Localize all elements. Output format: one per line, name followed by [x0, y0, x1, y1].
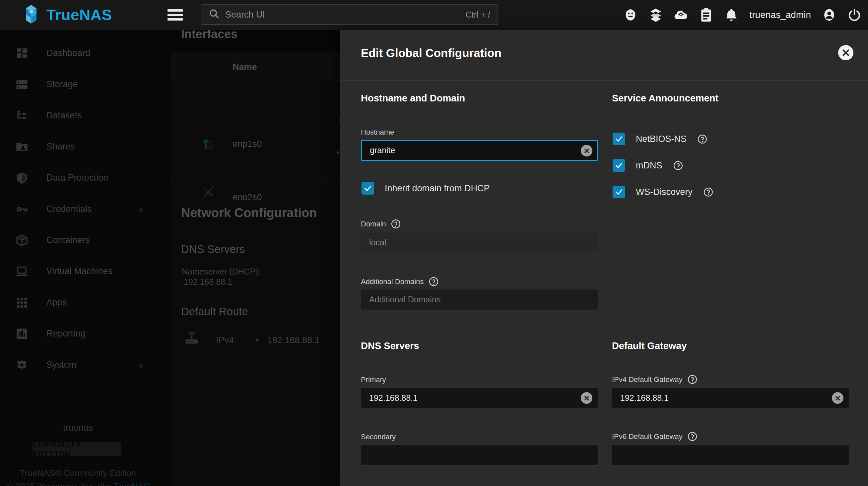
ipv6-gateway-input[interactable] [612, 445, 849, 465]
search-input[interactable] [225, 10, 460, 20]
help-icon[interactable] [673, 160, 683, 171]
checkbox-checked-icon[interactable] [613, 159, 625, 172]
wsdiscovery-checkbox-row[interactable]: WS-Discovery [613, 186, 713, 198]
truenas-logo[interactable]: TrueNAS [21, 0, 112, 30]
help-icon[interactable] [703, 187, 713, 197]
edit-global-configuration-panel: Edit Global Configuration Hostname and D… [340, 30, 868, 486]
domain-label: Domain [361, 220, 386, 228]
jobs-clipboard-icon[interactable] [699, 8, 713, 22]
secondary-dns-input[interactable] [361, 445, 598, 465]
inherit-domain-checkbox-row[interactable]: Inherit domain from DHCP [362, 182, 490, 195]
logged-in-username: truenas_admin [750, 10, 811, 20]
clear-hostname-icon[interactable] [581, 145, 592, 157]
primary-dns-label: Primary [361, 376, 386, 384]
additional-domains-input[interactable] [361, 289, 598, 310]
help-icon[interactable] [687, 431, 698, 442]
ipv4-gateway-label-row: IPv4 Default Gateway [612, 374, 698, 385]
domain-input[interactable] [361, 232, 598, 253]
help-icon[interactable] [391, 219, 401, 229]
ipv4-gateway-label: IPv4 Default Gateway [612, 375, 683, 384]
hostname-domain-heading: Hostname and Domain [361, 93, 465, 104]
primary-dns-input[interactable] [361, 388, 598, 409]
search-shortcut: Ctrl + / [466, 10, 490, 20]
ipv6-gateway-label: IPv6 Default Gateway [612, 432, 683, 441]
mdns-label: mDNS [636, 160, 662, 171]
cloud-sync-icon[interactable] [674, 8, 688, 22]
inherit-domain-label: Inherit domain from DHCP [385, 183, 490, 194]
dns-servers-heading: DNS Servers [361, 341, 419, 351]
user-avatar-icon[interactable] [822, 8, 836, 22]
ipv6-gateway-label-row: IPv6 Default Gateway [612, 431, 698, 442]
help-icon[interactable] [697, 134, 708, 144]
truecommand-icon[interactable] [649, 8, 663, 22]
alerts-bell-icon[interactable] [724, 8, 738, 22]
top-bar: TrueNAS Ctrl + / [0, 0, 868, 30]
additional-domains-label-row: Additional Domains [361, 277, 439, 287]
close-icon[interactable] [838, 45, 854, 60]
panel-title: Edit Global Configuration [361, 46, 501, 60]
checkbox-checked-icon[interactable] [613, 186, 625, 198]
help-icon[interactable] [687, 374, 698, 385]
topbar-actions: truenas_admin [624, 0, 861, 30]
clear-ipv4-gateway-icon[interactable] [832, 392, 843, 404]
truenas-logo-text: TrueNAS [46, 6, 112, 24]
wsdiscovery-label: WS-Discovery [636, 187, 692, 197]
global-search[interactable]: Ctrl + / [201, 4, 498, 25]
hostname-label: Hostname [361, 128, 394, 137]
default-gateway-heading: Default Gateway [612, 341, 687, 351]
menu-toggle-icon[interactable] [167, 8, 183, 22]
netbios-label: NetBIOS-NS [636, 134, 687, 144]
ipv4-gateway-input[interactable] [612, 388, 849, 409]
feedback-smiley-icon[interactable] [624, 8, 638, 22]
domain-label-row: Domain [361, 219, 401, 229]
power-icon[interactable] [847, 8, 861, 22]
hostname-input[interactable] [361, 140, 598, 161]
checkbox-checked-icon[interactable] [613, 133, 625, 145]
additional-domains-label: Additional Domains [361, 278, 424, 286]
service-announcement-heading: Service Announcement [612, 93, 718, 104]
clear-primary-dns-icon[interactable] [581, 392, 592, 404]
checkbox-checked-icon[interactable] [362, 182, 374, 195]
search-icon [209, 8, 220, 21]
netbios-checkbox-row[interactable]: NetBIOS-NS [613, 133, 708, 145]
help-icon[interactable] [429, 277, 439, 287]
mdns-checkbox-row[interactable]: mDNS [613, 159, 683, 172]
truenas-logo-icon [21, 4, 42, 26]
secondary-dns-label: Secondary [361, 433, 396, 441]
truenas-app: TrueNAS Ctrl + / [0, 0, 868, 486]
